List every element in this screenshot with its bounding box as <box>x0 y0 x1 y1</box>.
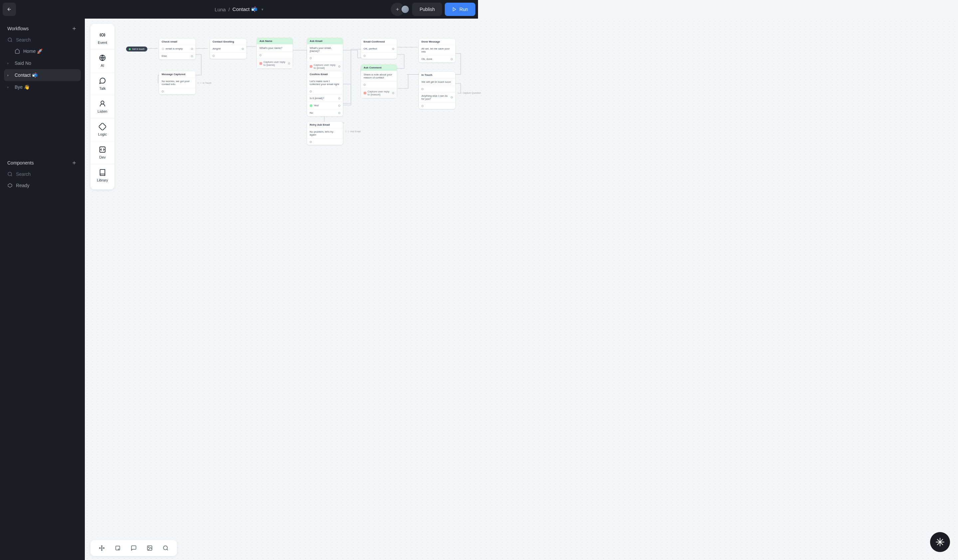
workflow-canvas[interactable]: Get in touch Check email email is empty … <box>85 19 478 279</box>
tool-ai[interactable]: AI <box>90 49 114 73</box>
sidebar: Workflows Search Home 🚀 › Said No › Cont… <box>0 19 85 279</box>
card-email-confirmed[interactable]: Email Confirmed OK, perfect <box>361 38 397 59</box>
tool-listen[interactable]: Listen <box>90 95 114 118</box>
chevron-down-icon[interactable]: ▾ <box>262 7 263 12</box>
card-ask-comment[interactable]: Ask Comment Share a note about your reas… <box>361 65 397 98</box>
svg-point-6 <box>101 101 104 104</box>
svg-point-4 <box>101 33 103 36</box>
dev-icon <box>99 146 106 153</box>
add-component-button[interactable] <box>71 160 78 166</box>
workflows-title: Workflows <box>7 26 29 31</box>
component-search[interactable]: Search <box>4 169 81 179</box>
breadcrumb-current[interactable]: Contact 📬 <box>233 6 257 12</box>
home-icon <box>14 49 20 54</box>
chevron-right-icon: › <box>7 73 11 77</box>
component-item-ready[interactable]: Ready <box>4 179 81 191</box>
search-icon <box>7 171 13 177</box>
chevron-right-icon: › <box>7 85 11 89</box>
svg-point-2 <box>8 172 12 176</box>
card-retry-ask-email[interactable]: Retry Ask Email No problem, let's try ag… <box>307 122 343 145</box>
user-avatar[interactable] <box>401 5 409 14</box>
card-done-message[interactable]: Done Message All set, let me save your i… <box>419 38 455 62</box>
tool-dev[interactable]: Dev <box>90 141 114 164</box>
status-dot-icon <box>129 48 131 50</box>
close-icon <box>363 92 366 94</box>
close-icon <box>310 65 312 68</box>
node-toolbox: Event AI Talk Listen Logic Dev Library <box>90 24 114 190</box>
publish-button[interactable]: Publish <box>412 3 442 16</box>
header-actions: Publish Run <box>391 3 475 16</box>
arrow-left-icon <box>7 6 12 12</box>
breadcrumb-parent[interactable]: Luna <box>214 6 225 12</box>
run-button[interactable]: Run <box>445 3 475 16</box>
talk-icon <box>99 77 106 84</box>
sidebar-item-home[interactable]: Home 🚀 <box>4 45 81 57</box>
components-section: Components Search Ready <box>4 160 81 191</box>
workflows-header: Workflows <box>4 25 81 32</box>
plus-icon <box>71 26 77 31</box>
svg-marker-0 <box>453 8 456 11</box>
plus-icon <box>395 7 400 12</box>
plus-icon <box>71 160 77 166</box>
badge-ask-email: Ask Email <box>345 130 360 133</box>
card-confirm-email[interactable]: Confirm Email Let's make sure I collecte… <box>307 71 343 116</box>
chevron-right-icon: › <box>7 62 11 65</box>
tool-talk[interactable]: Talk <box>90 73 114 95</box>
start-node[interactable]: Get in touch <box>126 46 148 52</box>
event-icon <box>99 31 106 38</box>
ai-icon <box>99 54 106 62</box>
svg-point-1 <box>8 38 12 41</box>
listen-icon <box>99 100 106 108</box>
svg-rect-7 <box>99 123 106 130</box>
breadcrumb-sep: / <box>228 6 230 12</box>
breadcrumb: Luna / Contact 📬 ▾ <box>214 6 263 12</box>
components-header: Components <box>4 160 81 166</box>
add-workflow-button[interactable] <box>71 25 78 32</box>
card-ask-email[interactable]: Ask Email What's your email, {name}? Cap… <box>307 38 343 71</box>
sidebar-item-said-no[interactable]: › Said No <box>4 57 81 69</box>
badge-capture-question: Capture Question <box>457 92 478 94</box>
badge-in-touch: In Touch <box>197 82 211 84</box>
card-ask-name[interactable]: Ask Name What's your name? Capture user … <box>257 38 293 68</box>
svg-marker-3 <box>8 184 12 187</box>
play-icon <box>452 7 457 12</box>
tool-event[interactable]: Event <box>90 27 114 49</box>
library-icon <box>99 169 106 176</box>
app-header: Luna / Contact 📬 ▾ Publish Run <box>0 0 478 19</box>
card-contact-greeting[interactable]: Contact Greeting Alright! <box>210 38 246 59</box>
logic-icon <box>99 123 106 130</box>
components-title: Components <box>7 160 33 166</box>
card-message-captured[interactable]: Message Captured No worries, we got your… <box>159 71 195 94</box>
workflow-search[interactable]: Search <box>4 35 81 45</box>
hexagon-icon <box>7 183 13 188</box>
back-button[interactable] <box>3 3 16 16</box>
close-icon <box>259 62 262 65</box>
card-in-touch[interactable]: In Touch We will get in touch soon Anyth… <box>419 72 455 109</box>
card-check-email[interactable]: Check email email is empty Else <box>159 38 195 60</box>
search-icon <box>7 37 13 43</box>
sidebar-item-contact[interactable]: › Contact 📬 <box>4 69 81 81</box>
sidebar-item-bye[interactable]: › Bye 👋 <box>4 81 81 93</box>
tool-logic[interactable]: Logic <box>90 118 114 141</box>
tool-library[interactable]: Library <box>90 164 114 187</box>
